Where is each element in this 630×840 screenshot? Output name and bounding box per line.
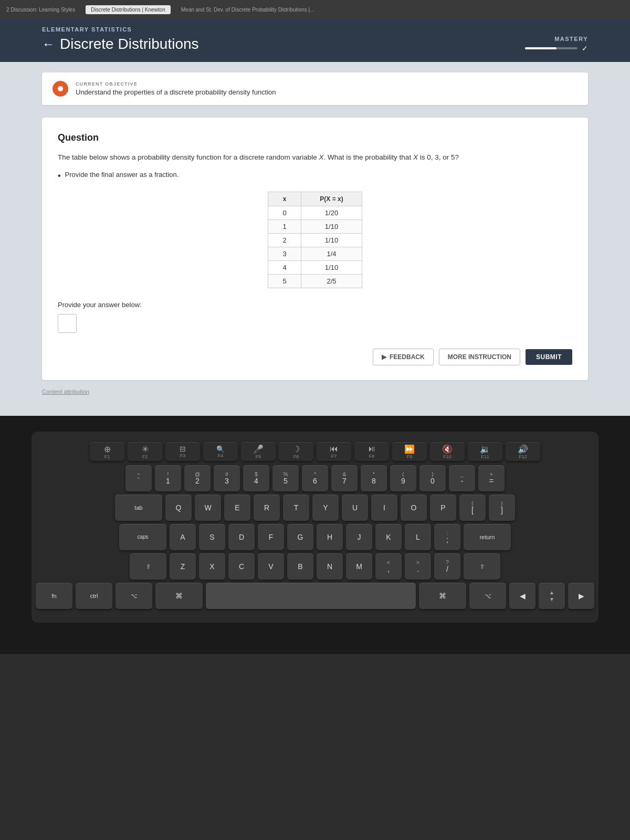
mastery-area: MASTERY ✓ <box>525 36 588 52</box>
key-f[interactable]: F <box>258 524 284 550</box>
content-attribution[interactable]: Content attribution <box>42 388 588 395</box>
key-space[interactable] <box>206 583 416 609</box>
key-p[interactable]: P <box>430 495 456 521</box>
key-6[interactable]: ^6 <box>302 465 328 491</box>
key-f8[interactable]: ⏯F8 <box>354 442 389 461</box>
key-slash[interactable]: ?/ <box>434 553 460 580</box>
key-right[interactable]: ▶ <box>568 583 594 609</box>
table-cell: 1/20 <box>301 206 362 220</box>
key-period[interactable]: >. <box>405 553 431 580</box>
key-y[interactable]: Y <box>312 495 339 521</box>
table-header-x: x <box>268 192 301 206</box>
key-5[interactable]: %5 <box>272 465 299 491</box>
key-1[interactable]: !1 <box>155 465 181 491</box>
tab-3[interactable]: Mean and St. Dev. of Discrete Probabilit… <box>181 7 314 13</box>
key-e[interactable]: E <box>224 495 250 521</box>
table-cell: 1 <box>268 220 301 234</box>
key-f6[interactable]: ☽F6 <box>279 442 313 461</box>
key-2[interactable]: @2 <box>184 465 211 491</box>
table-cell: 1/4 <box>301 247 362 261</box>
tab-1[interactable]: 2 Discussion: Learning Styles <box>6 7 75 13</box>
key-4[interactable]: $4 <box>243 465 269 491</box>
key-capslock[interactable]: caps <box>119 524 166 550</box>
key-cmd-left[interactable]: ⌘ <box>155 583 203 609</box>
key-d[interactable]: D <box>228 524 255 550</box>
key-fn[interactable]: fn <box>36 583 72 609</box>
key-o[interactable]: O <box>401 495 427 521</box>
key-c[interactable]: C <box>228 553 255 580</box>
key-semicolon[interactable]: :; <box>434 524 460 550</box>
key-f2[interactable]: ✳F2 <box>128 442 162 461</box>
key-0[interactable]: )0 <box>419 465 446 491</box>
tab-2-active[interactable]: Discrete Distributions | Knewton <box>86 5 171 14</box>
qwerty-row: tab Q W E R T Y U I O P {[ }] <box>42 495 588 521</box>
key-v[interactable]: V <box>258 553 284 580</box>
key-q[interactable]: Q <box>165 495 192 521</box>
submit-button[interactable]: SUBMIT <box>526 349 572 365</box>
key-x[interactable]: X <box>199 553 225 580</box>
key-comma[interactable]: <, <box>375 553 402 580</box>
key-7[interactable]: &7 <box>331 465 358 491</box>
key-minus[interactable]: _- <box>449 465 475 491</box>
key-shift-right[interactable]: ⇧ <box>464 553 500 580</box>
key-equals[interactable]: += <box>478 465 505 491</box>
bullet-text: Provide the final answer as a fraction. <box>65 171 179 178</box>
key-lbracket[interactable]: {[ <box>459 495 486 521</box>
key-m[interactable]: M <box>346 553 372 580</box>
key-rbracket[interactable]: }] <box>489 495 515 521</box>
question-heading: Question <box>58 132 572 143</box>
key-f10[interactable]: 🔇F10 <box>430 442 465 461</box>
key-i[interactable]: I <box>371 495 397 521</box>
answer-input[interactable] <box>58 314 77 333</box>
keyboard: ⊕F1 ✳F2 ⊟F3 🔍F4 🎤F5 ☽F6 ⏮F7 ⏯F8 ⏩F9 🔇F10… <box>32 432 598 623</box>
key-return[interactable]: return <box>464 524 511 550</box>
app-header: ELEMENTARY STATISTICS ← Discrete Distrib… <box>0 19 630 62</box>
key-9[interactable]: (9 <box>390 465 416 491</box>
mastery-label: MASTERY <box>554 36 588 42</box>
key-tilde[interactable]: ~` <box>125 465 152 491</box>
table-cell: 0 <box>268 206 301 220</box>
key-j[interactable]: J <box>346 524 372 550</box>
mastery-bar-bg <box>525 47 578 49</box>
key-k[interactable]: K <box>375 524 402 550</box>
key-h[interactable]: H <box>317 524 343 550</box>
bullet-point: • Provide the final answer as a fraction… <box>58 171 572 182</box>
key-f3[interactable]: ⊟F3 <box>165 442 200 461</box>
key-a[interactable]: A <box>170 524 196 550</box>
key-s[interactable]: S <box>199 524 225 550</box>
key-f4[interactable]: 🔍F4 <box>203 442 238 461</box>
course-label: ELEMENTARY STATISTICS <box>42 26 588 33</box>
key-3[interactable]: #3 <box>214 465 240 491</box>
key-shift-left[interactable]: ⇧ <box>130 553 166 580</box>
key-f5[interactable]: 🎤F5 <box>241 442 276 461</box>
key-f9[interactable]: ⏩F9 <box>392 442 427 461</box>
back-button[interactable]: ← <box>42 37 55 51</box>
key-tab[interactable]: tab <box>115 495 162 521</box>
key-ctrl[interactable]: ctrl <box>76 583 112 609</box>
key-g[interactable]: G <box>287 524 313 550</box>
key-8[interactable]: *8 <box>361 465 387 491</box>
keyboard-section: ⊕F1 ✳F2 ⊟F3 🔍F4 🎤F5 ☽F6 ⏮F7 ⏯F8 ⏩F9 🔇F10… <box>0 416 630 654</box>
more-instruction-button[interactable]: MORE INSTRUCTION <box>439 349 520 365</box>
key-f7[interactable]: ⏮F7 <box>317 442 351 461</box>
key-w[interactable]: W <box>195 495 221 521</box>
key-z[interactable]: Z <box>170 553 196 580</box>
key-cmd-right[interactable]: ⌘ <box>419 583 466 609</box>
key-t[interactable]: T <box>283 495 309 521</box>
key-option[interactable]: ⌥ <box>116 583 152 609</box>
key-updown[interactable]: ▲ ▼ <box>539 583 565 609</box>
page-title: Discrete Distributions <box>60 36 199 52</box>
key-left[interactable]: ◀ <box>509 583 536 609</box>
feedback-button[interactable]: ▶ FEEDBACK <box>373 349 434 365</box>
key-u[interactable]: U <box>342 495 368 521</box>
key-l[interactable]: L <box>405 524 431 550</box>
key-b[interactable]: B <box>287 553 313 580</box>
key-n[interactable]: N <box>317 553 343 580</box>
main-content: CURRENT OBJECTIVE Understand the propert… <box>0 62 630 416</box>
key-f11[interactable]: 🔉F11 <box>468 442 502 461</box>
key-f12[interactable]: 🔊F12 <box>506 442 540 461</box>
key-r[interactable]: R <box>254 495 280 521</box>
key-f1[interactable]: ⊕F1 <box>90 442 124 461</box>
key-option-right[interactable]: ⌥ <box>469 583 506 609</box>
mastery-check-icon: ✓ <box>582 44 588 52</box>
